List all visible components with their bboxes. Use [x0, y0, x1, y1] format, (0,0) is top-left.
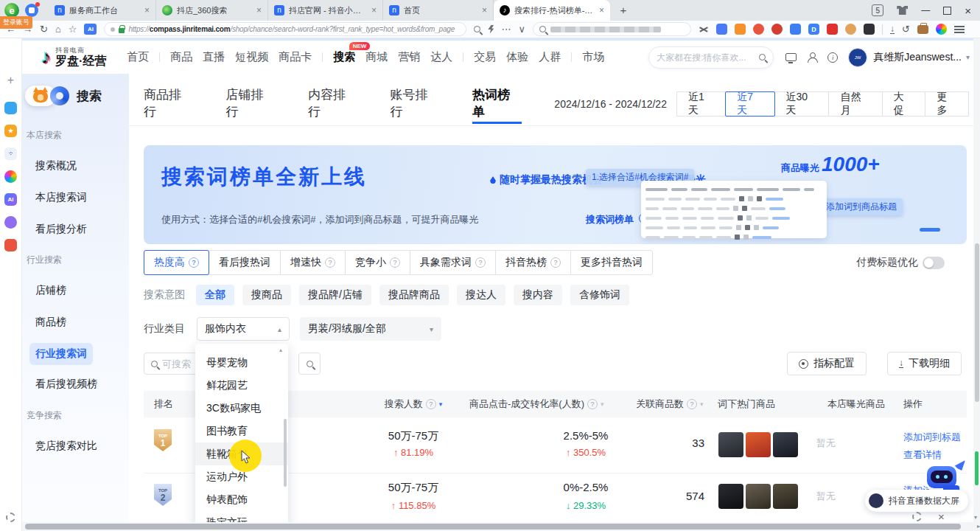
filter-low-competition[interactable]: 竞争小?	[345, 250, 410, 275]
browser-tab[interactable]: 服务商工作台 ×	[49, 0, 156, 21]
filter-more-douyin-words[interactable]: 更多抖音热词	[570, 250, 653, 275]
sidebar-item-product-rank[interactable]: 商品榜	[35, 316, 66, 329]
range-natural-month[interactable]: 自然月	[828, 91, 882, 117]
col-search-users[interactable]: 搜索人数?▾	[337, 391, 490, 417]
col-related-products[interactable]: 关联商品数?▾	[636, 391, 704, 417]
sidebar-item-shop-rank[interactable]: 店铺榜	[35, 284, 66, 297]
menu-icon[interactable]	[954, 26, 965, 33]
extension-icon[interactable]	[753, 24, 764, 35]
puzzle-extension-icon[interactable]	[864, 24, 875, 35]
minimize-icon[interactable]: —	[921, 7, 930, 14]
sidebar-item-shop-search-words[interactable]: 本店搜索词	[35, 191, 87, 204]
filter-post-view-words[interactable]: 看后搜热词	[209, 250, 281, 275]
range-promo[interactable]: 大促	[882, 91, 926, 117]
bookmark-icon[interactable]: ☆	[69, 24, 77, 34]
dropdown-scrollbar[interactable]	[284, 419, 287, 487]
tab-account-rank[interactable]: 账号排行	[390, 84, 439, 124]
category-secondary-select[interactable]: 男装/羽绒服/全部▾	[300, 317, 441, 341]
product-thumbnail[interactable]	[718, 432, 743, 457]
login-account-badge[interactable]: 登录账号	[0, 16, 32, 29]
address-bar[interactable]: https://compass.jinritemai.com/shop/chan…	[104, 22, 466, 36]
browser-profile-icon[interactable]	[25, 4, 38, 17]
browser-tab[interactable]: 抖店官网 - 抖音小店, 抖音电 ×	[268, 0, 383, 21]
intent-content[interactable]: 搜内容	[514, 285, 562, 305]
info-icon[interactable]: ?	[325, 257, 335, 268]
ai-app-icon[interactable]: AI	[4, 193, 17, 206]
assistant-close-icon[interactable]: ×	[938, 510, 945, 523]
product-thumbnail[interactable]	[773, 432, 798, 457]
nav-item-market[interactable]: 市场	[582, 50, 604, 64]
horizontal-scrollbar[interactable]: ▸	[22, 522, 980, 531]
info-icon[interactable]: ?	[426, 399, 436, 409]
dropdown-item-3c[interactable]: 3C数码家电	[195, 397, 288, 420]
info-icon[interactable]: ?	[587, 399, 598, 409]
info-icon[interactable]: ?	[687, 399, 697, 409]
add-widget-icon[interactable]: +	[7, 74, 14, 87]
paid-title-toggle[interactable]	[923, 257, 945, 269]
sort-desc-icon[interactable]: ▾	[439, 400, 443, 408]
tab-count-badge[interactable]: 5	[872, 4, 883, 16]
new-tab-button[interactable]: +	[615, 2, 632, 18]
dropdown-item-books[interactable]: 图书教育	[195, 420, 288, 442]
theme-skin-icon[interactable]	[897, 6, 908, 15]
category-primary-select[interactable]: 服饰内衣▴	[197, 317, 290, 341]
banner-link[interactable]: 搜索词榜单	[586, 213, 634, 226]
color-wheel-icon[interactable]	[936, 24, 947, 35]
product-thumbnail[interactable]	[746, 432, 771, 457]
info-icon[interactable]: ?	[189, 257, 199, 268]
sidebar-item-industry-search-words-active[interactable]: 行业搜索词	[29, 343, 93, 365]
browser-tab[interactable]: 首页 ×	[383, 0, 494, 21]
filter-fast-growth[interactable]: 增速快?	[280, 250, 346, 275]
account-caret-icon[interactable]: ▾	[966, 53, 970, 61]
sidebar-item-competitor-compare[interactable]: 竞店搜索对比	[35, 440, 97, 453]
tab-close-icon[interactable]: ×	[256, 5, 262, 15]
sidebar-item-post-view-analysis[interactable]: 看后搜分析	[35, 223, 87, 236]
horizontal-scrollbar-thumb[interactable]	[25, 524, 961, 530]
extension-icon[interactable]: D	[808, 24, 819, 35]
range-more[interactable]: 更多	[925, 91, 969, 117]
maximize-icon[interactable]	[943, 7, 951, 15]
sidebar-item-search-overview[interactable]: 搜索概况	[35, 159, 77, 173]
browser-logo-icon[interactable]: e	[4, 3, 19, 18]
product-thumbnail[interactable]	[718, 484, 743, 509]
strip-settings-gear-icon[interactable]	[6, 513, 15, 522]
reload-icon[interactable]: ↻	[40, 24, 48, 34]
nav-item-live[interactable]: 直播	[203, 50, 225, 64]
promo-banner[interactable]: 搜索词榜单全新上线 随时掌握最热搜索机会 提升商品曝光 使用方式：选择合适的#机…	[144, 145, 967, 244]
assistant-tooltip[interactable]: 抖音直播数据大屏	[865, 490, 968, 512]
search-submit-button[interactable]	[298, 353, 321, 375]
tab-content-rank[interactable]: 内容排行	[308, 84, 357, 124]
dropdown-item-mother-baby[interactable]: 母婴宠物	[195, 351, 288, 374]
nav-item-product[interactable]: 商品	[170, 50, 192, 64]
intent-modifier[interactable]: 含修饰词	[570, 285, 629, 305]
tab-close-icon[interactable]: ×	[599, 5, 604, 15]
node-app-icon[interactable]: ⁘	[4, 148, 17, 160]
scroll-right-arrow-icon[interactable]: ▸	[977, 523, 980, 530]
quick-search-input[interactable]	[533, 22, 691, 36]
intent-brand-product[interactable]: 搜品牌商品	[379, 285, 449, 305]
assistant-settings-gear-icon[interactable]	[912, 512, 922, 521]
range-30days[interactable]: 近30天	[774, 91, 830, 117]
message-monitor-icon[interactable]	[785, 53, 797, 61]
nav-item-trade[interactable]: 交易	[474, 50, 496, 64]
ai-ring-icon[interactable]	[4, 170, 17, 183]
account-name[interactable]: 真维斯Jeanswest...	[873, 51, 962, 64]
extension-icon[interactable]	[827, 24, 838, 35]
nav-item-productcard[interactable]: 商品卡	[279, 50, 312, 64]
vertical-scrollbar-thumb[interactable]	[975, 243, 979, 402]
strip-app-icon[interactable]	[4, 102, 17, 114]
nav-item-video[interactable]: 短视频	[235, 50, 268, 64]
intent-brand-shop[interactable]: 搜品牌/店铺	[299, 285, 371, 305]
nav-item-mall[interactable]: 商城	[365, 50, 388, 64]
info-icon[interactable]: ?	[550, 257, 561, 268]
tab-hot-words-active[interactable]: 热词榜单	[472, 84, 522, 124]
intent-all-active[interactable]: 全部	[196, 285, 234, 305]
range-7days-active[interactable]: 近7天	[725, 91, 774, 117]
robot-app-icon[interactable]	[4, 216, 17, 229]
nav-item-audience[interactable]: 人群	[539, 50, 561, 64]
scroll-up-caret-icon[interactable]: ▴	[279, 347, 282, 353]
more-actions-icon[interactable]: ⋯	[501, 24, 511, 34]
tab-shop-rank[interactable]: 店铺排行	[225, 84, 275, 124]
intent-product[interactable]: 搜商品	[242, 285, 291, 305]
mail-extension-icon[interactable]	[790, 24, 801, 35]
